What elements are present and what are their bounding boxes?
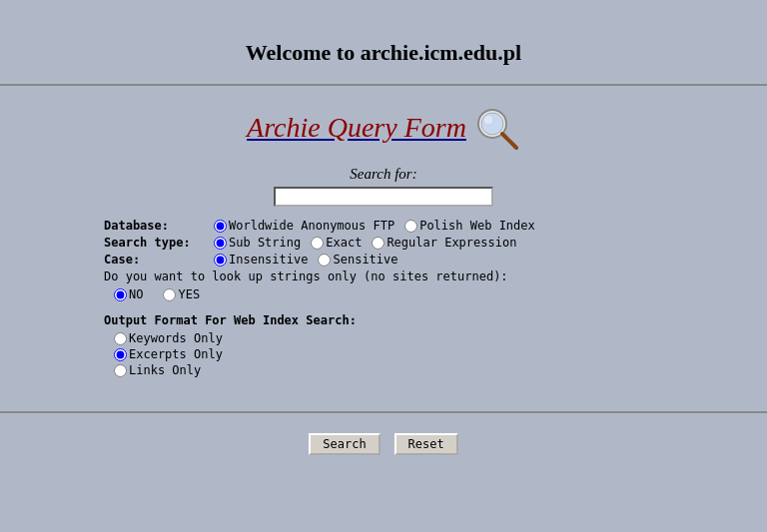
output-links[interactable]: Links Only [114, 363, 663, 377]
case-label: Case: [104, 253, 214, 266]
search-for-label: Search for: [104, 166, 663, 183]
database-options: Worldwide Anonymous FTP Polish Web Index [214, 219, 535, 233]
database-label: Database: [104, 219, 214, 233]
case-insensitive[interactable]: Insensitive [214, 253, 308, 266]
welcome-title: Welcome to archie.icm.edu.pl [0, 40, 767, 66]
search-type-options: Sub String Exact Regular Expression [214, 236, 516, 250]
database-worldwide[interactable]: Worldwide Anonymous FTP [214, 219, 394, 233]
magnifier-icon [472, 104, 520, 152]
search-input[interactable] [274, 187, 493, 207]
output-format-label: Output Format For Web Index Search: [104, 313, 663, 327]
case-sensitive[interactable]: Sensitive [318, 253, 397, 266]
reset-button[interactable]: Reset [394, 433, 458, 455]
lookup-yes[interactable]: YES [163, 287, 200, 301]
case-options: Insensitive Sensitive [214, 253, 398, 266]
search-type-substring[interactable]: Sub String [214, 236, 301, 250]
svg-point-1 [481, 113, 503, 135]
database-polish[interactable]: Polish Web Index [404, 219, 535, 233]
bottom-divider [0, 411, 767, 413]
search-button[interactable]: Search [309, 433, 380, 455]
svg-line-2 [502, 134, 516, 148]
archie-query-form-title: Archie Query Form [247, 112, 466, 144]
lookup-no[interactable]: NO [114, 287, 143, 301]
top-divider [0, 84, 767, 86]
output-keywords[interactable]: Keywords Only [114, 331, 663, 345]
buttons-row: Search Reset [0, 423, 767, 475]
search-type-label: Search type: [104, 236, 214, 250]
search-type-exact[interactable]: Exact [311, 236, 362, 250]
output-format-options: Keywords Only Excerpts Only Links Only [114, 331, 663, 377]
output-excerpts[interactable]: Excerpts Only [114, 347, 663, 361]
search-type-regex[interactable]: Regular Expression [372, 236, 516, 250]
lookup-options: NO YES [114, 287, 663, 301]
lookup-label: Do you want to look up strings only (no … [104, 269, 663, 283]
svg-point-3 [484, 116, 492, 124]
